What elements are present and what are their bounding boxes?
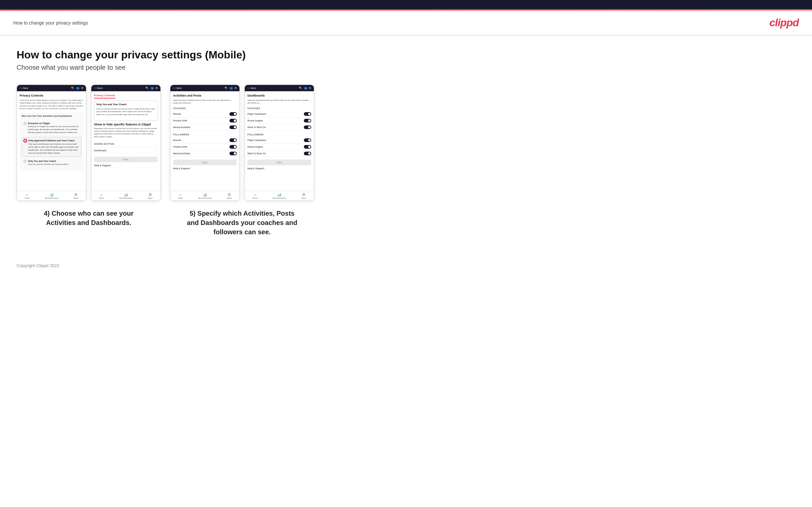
- chevron-left-icon: ‹: [19, 87, 20, 89]
- screen1-nav-icons: 🔍 👥 ⚙: [71, 87, 83, 90]
- people-icon4[interactable]: 👥: [304, 87, 307, 90]
- activities-posts-row[interactable]: Activities and Posts ›: [94, 141, 158, 147]
- toggle-switch-2[interactable]: [304, 125, 311, 129]
- toggle-row-0[interactable]: Rounds: [173, 111, 237, 117]
- toggle-row-1[interactable]: Round Insights: [247, 117, 311, 124]
- menu-icon: ☰: [74, 193, 78, 196]
- nav-menu-1[interactable]: ☰ Menu: [74, 193, 79, 199]
- toggle-row-0[interactable]: Player Dashboard: [247, 137, 311, 144]
- chart-icon: 📊: [49, 193, 53, 196]
- save-btn-2[interactable]: Save: [94, 157, 158, 162]
- save-btn-4[interactable]: Save: [247, 160, 311, 165]
- toggle-row-2[interactable]: What To Work On: [247, 150, 311, 157]
- coaches-toggle-group-3: RoundsPractice DrillsManual Activities: [173, 111, 237, 131]
- nav-home-3[interactable]: ⌂ Home: [178, 193, 183, 199]
- menu-icon4: ☰: [302, 193, 305, 196]
- settings-icon4[interactable]: ⚙: [309, 87, 311, 90]
- privacy-tab[interactable]: Privacy Controls: [94, 94, 115, 99]
- toggle-switch-1[interactable]: [230, 119, 237, 122]
- toggle-row-0[interactable]: Player Dashboard: [247, 111, 311, 117]
- nav-menu-3[interactable]: ☰ Menu: [227, 193, 232, 199]
- help-support-4[interactable]: Help & Support: [247, 167, 311, 170]
- settings-icon3[interactable]: ⚙: [235, 87, 237, 90]
- home-icon2: ⌂: [101, 193, 103, 196]
- toggle-row-1[interactable]: Practice Drills: [173, 144, 237, 150]
- chevron-left-icon4: ‹: [247, 87, 248, 89]
- nav-performance-3[interactable]: 📊 My Performance: [198, 193, 211, 199]
- toggle-label-1: Practice Drills: [173, 146, 187, 148]
- page-subtitle: Choose what you want people to see: [16, 64, 448, 71]
- nav-menu-4[interactable]: ☰ Menu: [302, 193, 306, 199]
- screen3-nav-icons: 🔍 👥 ⚙: [224, 87, 237, 90]
- radio-approved: [24, 139, 27, 142]
- screen1-back[interactable]: ‹ < Back: [19, 87, 28, 89]
- toggle-switch-1[interactable]: [304, 145, 311, 149]
- toggle-switch-2[interactable]: [304, 152, 311, 155]
- toggle-switch-2[interactable]: [230, 125, 237, 129]
- toggle-switch-0[interactable]: [304, 138, 311, 142]
- home-icon4: ⌂: [254, 193, 256, 196]
- dashboards-label: Dashboards: [94, 149, 107, 152]
- screen1-body: Control how and your data appears to eve…: [19, 99, 83, 110]
- only-you-coach-box: Only You and Your Coach Only you and the…: [94, 101, 158, 121]
- nav-home-2[interactable]: ⌂ Home: [99, 193, 104, 199]
- followers-label-3: FOLLOWERS: [173, 133, 237, 136]
- screen3-back[interactable]: ‹ < Back: [173, 87, 182, 89]
- toggle-switch-0[interactable]: [230, 138, 237, 142]
- nav-home-4[interactable]: ⌂ Home: [252, 193, 257, 199]
- option-approved[interactable]: Only Approved Followers and Your Coach O…: [21, 137, 81, 157]
- radio-only-you: [23, 160, 26, 163]
- footer: Copyright Clippd 2022: [0, 257, 812, 275]
- toggle-switch-1[interactable]: [230, 145, 237, 149]
- chevron-right-icon2: ›: [157, 149, 158, 152]
- save-btn-3[interactable]: Save: [173, 160, 237, 165]
- clippd-logo: clippd: [769, 16, 799, 29]
- followers-label-4: FOLLOWERS: [247, 133, 311, 136]
- option-only-you-text: Only You and Your Coach Only you and the…: [28, 160, 68, 166]
- nav-performance-1[interactable]: 📊 My Performance: [45, 193, 58, 199]
- chart-icon3: 📊: [203, 193, 207, 196]
- search-icon4[interactable]: 🔍: [299, 87, 302, 90]
- caption4: 4) Choose who can see your Activities an…: [36, 209, 142, 227]
- help-support-3[interactable]: Help & Support: [173, 167, 237, 170]
- option-everyone-text: Everyone on Clippd Everyone on Clippd ca…: [28, 122, 80, 134]
- screen2-back[interactable]: ‹ < Back: [94, 87, 103, 89]
- toggle-switch-1[interactable]: [304, 119, 311, 122]
- people-icon2[interactable]: 👥: [150, 87, 154, 90]
- screen4-content: Dashboards Select the dashboards that yo…: [245, 91, 314, 191]
- screen2-bottom-nav: ⌂ Home 📊 My Performance ☰ Menu: [91, 191, 160, 201]
- nav-performance-2[interactable]: 📊 My Performance: [119, 193, 133, 199]
- people-icon[interactable]: 👥: [76, 87, 80, 90]
- option-only-you[interactable]: Only You and Your Coach Only you and the…: [21, 158, 81, 168]
- show-hide-text: Regardless of the privacy controls that …: [94, 127, 158, 138]
- header: How to change your privacy settings clip…: [0, 11, 812, 35]
- help-support-2[interactable]: Help & Support: [94, 164, 158, 167]
- panels-row: ‹ < Back 🔍 👥 ⚙ Privacy Controls Control …: [16, 84, 448, 237]
- toggle-row-2[interactable]: What To Work On: [247, 124, 311, 131]
- toggle-switch-0[interactable]: [304, 112, 311, 116]
- screen2-nav: ‹ < Back 🔍 👥 ⚙: [91, 85, 160, 91]
- option-everyone[interactable]: Everyone on Clippd Everyone on Clippd ca…: [21, 120, 81, 136]
- toggle-switch-2[interactable]: [230, 152, 237, 155]
- toggle-row-2[interactable]: Manual Activities: [173, 124, 237, 131]
- settings-icon[interactable]: ⚙: [81, 87, 83, 90]
- toggle-row-2[interactable]: Manual Activities: [173, 150, 237, 157]
- dashboards-row[interactable]: Dashboards ›: [94, 147, 158, 154]
- search-icon[interactable]: 🔍: [71, 87, 74, 90]
- nav-menu-2[interactable]: ☰ Menu: [148, 193, 153, 199]
- people-icon3[interactable]: 👥: [230, 87, 233, 90]
- toggle-row-1[interactable]: Practice Drills: [173, 117, 237, 124]
- settings-icon2[interactable]: ⚙: [155, 87, 158, 90]
- panel-group-5: ‹ < Back 🔍 👥 ⚙ Activities and Posts Sele…: [170, 84, 314, 237]
- screen4-back[interactable]: ‹ < Back: [247, 87, 256, 89]
- toggle-label-2: What To Work On: [247, 126, 266, 128]
- toggle-row-0[interactable]: Rounds: [173, 137, 237, 144]
- toggle-switch-0[interactable]: [230, 112, 237, 116]
- search-icon2[interactable]: 🔍: [146, 87, 149, 90]
- nav-performance-4[interactable]: 📊 My Performance: [273, 193, 286, 199]
- toggle-row-1[interactable]: Round Insights: [247, 144, 311, 150]
- search-icon3[interactable]: 🔍: [224, 87, 228, 90]
- toggle-label-1: Practice Drills: [173, 119, 187, 122]
- screen2: ‹ < Back 🔍 👥 ⚙ Privacy Controls: [91, 84, 161, 201]
- nav-home-1[interactable]: ⌂ Home: [24, 193, 30, 199]
